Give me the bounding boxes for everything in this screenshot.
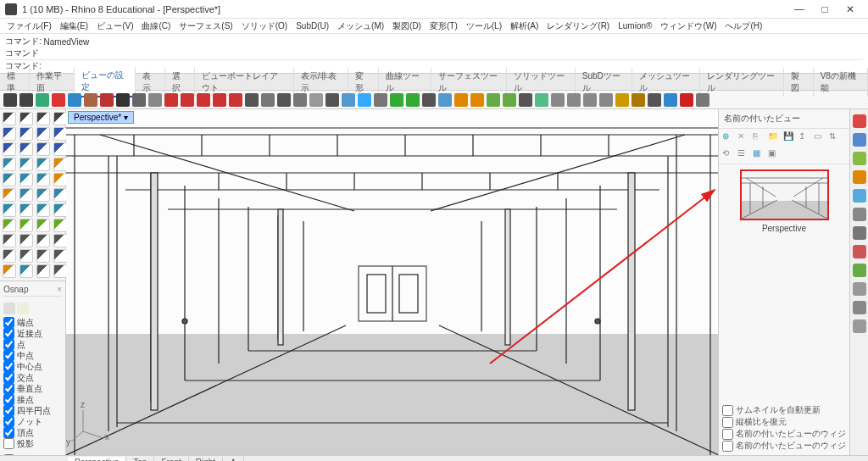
nv-opt-check-2[interactable] [722, 429, 733, 440]
tool-7[interactable] [53, 127, 67, 141]
osnap-check-4[interactable] [3, 361, 14, 372]
menu-item-11[interactable]: 解析(A) [507, 19, 542, 33]
osnap-check-7[interactable] [3, 394, 14, 405]
named-view-thumbnail[interactable] [740, 169, 829, 220]
nv-restore-icon[interactable]: ⟲ [722, 148, 734, 160]
panel-icon-10[interactable] [853, 301, 866, 314]
panel-icon-4[interactable] [853, 189, 866, 203]
toolbar-btn-13[interactable] [213, 93, 226, 107]
menu-item-14[interactable]: ウィンドウ(W) [657, 19, 720, 33]
tab-11[interactable]: SubDツール [576, 68, 632, 97]
tool-42[interactable] [36, 264, 50, 278]
panel-icon-7[interactable] [853, 245, 866, 258]
toolbar-btn-39[interactable] [632, 93, 645, 107]
toolbar-btn-1[interactable] [19, 93, 33, 107]
toolbar-btn-35[interactable] [567, 93, 581, 107]
tool-21[interactable] [19, 188, 33, 202]
toolbar-btn-28[interactable] [454, 93, 468, 107]
menu-item-13[interactable]: Lumion® [615, 20, 655, 31]
nv-sort-icon[interactable]: ⇅ [829, 131, 841, 143]
viewtab-0[interactable]: Perspective [68, 457, 126, 461]
viewport-label[interactable]: Perspective* ▾ [68, 111, 134, 124]
tool-36[interactable] [3, 249, 16, 263]
tool-12[interactable] [3, 158, 16, 171]
toolbar-btn-30[interactable] [487, 93, 500, 107]
tab-14[interactable]: 製図 [784, 68, 814, 97]
menu-item-1[interactable]: 編集(E) [57, 19, 92, 33]
nv-folder-icon[interactable]: 📁 [768, 131, 780, 143]
toolbar-btn-11[interactable] [181, 93, 194, 107]
tool-18[interactable] [36, 173, 50, 186]
toolbar-btn-24[interactable] [390, 93, 403, 107]
menu-item-5[interactable]: ソリッド(O) [238, 19, 291, 33]
menu-item-9[interactable]: 変形(T) [426, 19, 461, 33]
nv-delete-icon[interactable]: ✕ [737, 131, 749, 143]
nv-opt-check-3[interactable] [722, 441, 733, 452]
panel-icon-9[interactable] [853, 282, 866, 296]
toolbar-btn-36[interactable] [583, 93, 597, 107]
nv-up-icon[interactable]: ↥ [798, 131, 810, 143]
toolbar-btn-8[interactable] [132, 93, 146, 107]
toolbar-btn-29[interactable] [470, 93, 484, 107]
osnap-check-2[interactable] [3, 339, 14, 350]
toolbar-btn-10[interactable] [164, 93, 178, 107]
toolbar-btn-15[interactable] [245, 93, 259, 107]
tool-26[interactable] [36, 203, 50, 217]
tab-4[interactable]: 選択 [165, 68, 195, 97]
tool-39[interactable] [53, 249, 67, 263]
toolbar-btn-2[interactable] [36, 93, 49, 107]
viewtab-2[interactable]: Front [154, 457, 188, 461]
toolbar-btn-32[interactable] [519, 93, 532, 107]
tool-40[interactable] [3, 264, 16, 278]
panel-icon-2[interactable] [853, 152, 866, 165]
toolbar-btn-16[interactable] [261, 93, 275, 107]
osnap-check-8[interactable] [3, 405, 14, 416]
toolbar-btn-38[interactable] [615, 93, 629, 107]
tool-22[interactable] [36, 188, 50, 202]
osnap-check-10[interactable] [3, 427, 14, 438]
toolbar-btn-23[interactable] [374, 93, 387, 107]
viewtab-4[interactable]: ✚ [223, 457, 244, 461]
tool-27[interactable] [53, 203, 67, 217]
maximize-button[interactable]: □ [812, 3, 837, 15]
viewport[interactable]: Perspective* ▾ [66, 109, 718, 455]
toolbar-btn-40[interactable] [648, 93, 661, 107]
viewtab-3[interactable]: Right [189, 457, 223, 461]
tool-1[interactable] [19, 112, 33, 125]
toolbar-btn-22[interactable] [358, 93, 371, 107]
menu-item-2[interactable]: ビュー(V) [93, 19, 136, 33]
menu-item-3[interactable]: 曲線(C) [138, 19, 174, 33]
osnap-check-11[interactable] [3, 438, 14, 449]
tab-0[interactable]: 標準 [0, 68, 30, 97]
osnap-check-9[interactable] [3, 416, 14, 427]
tool-9[interactable] [19, 142, 33, 156]
tool-30[interactable] [36, 219, 50, 232]
menu-item-15[interactable]: ヘルプ(H) [721, 19, 765, 33]
toolbar-btn-43[interactable] [696, 93, 709, 107]
tool-5[interactable] [19, 127, 33, 141]
tool-25[interactable] [19, 203, 33, 217]
tab-5[interactable]: ビューポートレイアウト [195, 68, 294, 97]
menu-item-10[interactable]: ツール(L) [463, 19, 505, 33]
toolbar-btn-18[interactable] [293, 93, 307, 107]
tool-3[interactable] [53, 112, 67, 125]
tool-4[interactable] [3, 127, 16, 141]
osnap-check-0[interactable] [3, 317, 14, 328]
tool-11[interactable] [53, 142, 67, 156]
tool-35[interactable] [53, 234, 67, 247]
nv-add-icon[interactable]: ⊕ [722, 131, 734, 143]
toolbar-btn-19[interactable] [309, 93, 323, 107]
nv-copy-icon[interactable]: ⎘ [753, 131, 765, 143]
nv-aspect-icon[interactable]: ▣ [768, 148, 780, 160]
tool-15[interactable] [53, 158, 67, 171]
tab-10[interactable]: ソリッドツール [507, 68, 575, 97]
tool-34[interactable] [36, 234, 50, 247]
toolbar-btn-17[interactable] [277, 93, 291, 107]
tab-12[interactable]: メッシュツール [632, 68, 700, 97]
nv-prop-icon[interactable]: ▭ [814, 131, 826, 143]
toolbar-btn-42[interactable] [680, 93, 693, 107]
osnap-close-icon[interactable]: × [57, 285, 62, 294]
toolbar-btn-14[interactable] [229, 93, 242, 107]
tool-20[interactable] [3, 188, 16, 202]
tool-13[interactable] [19, 158, 33, 171]
